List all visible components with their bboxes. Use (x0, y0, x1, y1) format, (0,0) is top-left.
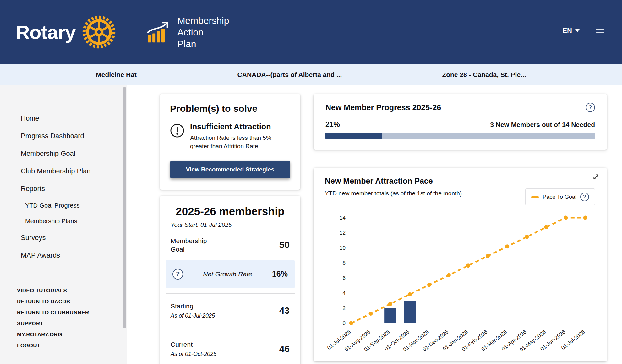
sidebar-scrollbar[interactable] (123, 87, 126, 328)
link-return-to-clubrunner[interactable]: RETURN TO CLUBRUNNER (0, 307, 127, 318)
pace-chart: 0246810121401-Jul-202501-Aug-202501-Sep-… (325, 205, 596, 354)
app-title-line: Plan (177, 38, 229, 50)
app-header: Rotary Membership Action (0, 0, 622, 64)
membership-card-title: 2025-26 membership (166, 205, 295, 218)
starting-row: Starting As of 01-Jul-2025 43 (166, 294, 295, 327)
sidebar-footer-links: VIDEO TUTORIALS RETURN TO DACDB RETURN T… (0, 285, 127, 351)
starting-label: Starting (171, 302, 215, 310)
attraction-pace-card: New Member Attraction Pace YTD new membe… (314, 168, 607, 361)
zone-selector[interactable]: Zone 28 - Canada, St. Pie... (442, 71, 526, 79)
svg-text:12: 12 (340, 230, 346, 236)
year-start-label: Year Start: 01-Jul 2025 (171, 221, 295, 228)
app-title: Membership Action Plan (177, 15, 229, 50)
link-return-to-dacdb[interactable]: RETURN TO DACDB (0, 296, 127, 307)
problem-title: Insufficient Attraction (190, 122, 284, 131)
problems-to-solve-card: Problem(s) to solve Insufficient Attract… (160, 94, 300, 190)
svg-text:6: 6 (343, 275, 346, 281)
sidebar-item-membership-goal[interactable]: Membership Goal (0, 145, 127, 162)
svg-text:4: 4 (343, 290, 346, 296)
progress-needed-label: 3 New Members out of 14 Needed (490, 121, 595, 128)
net-growth-rate-row: ? Net Growth Rate 16% (166, 260, 295, 288)
current-as-of-label: As of 01-Oct-2025 (171, 351, 216, 357)
sidebar-item-home[interactable]: Home (0, 110, 127, 127)
rotary-logo-text[interactable]: Rotary (16, 21, 75, 43)
link-logout[interactable]: LOGOUT (0, 340, 127, 351)
problems-card-title: Problem(s) to solve (170, 103, 290, 114)
svg-text:14: 14 (340, 215, 346, 221)
sidebar-item-progress-dashboard[interactable]: Progress Dashboard (0, 127, 127, 145)
location-bar: Medicine Hat CANADA--(parts of Alberta a… (0, 64, 622, 85)
main-content: Problem(s) to solve Insufficient Attract… (127, 85, 622, 364)
sidebar-nav: Home Progress Dashboard Membership Goal … (0, 85, 127, 264)
link-support[interactable]: SUPPORT (0, 318, 127, 329)
header-right: EN (560, 26, 604, 38)
starting-value: 43 (279, 305, 290, 316)
current-label: Current (171, 341, 216, 348)
expand-icon[interactable] (592, 173, 600, 182)
starting-as-of-label: As of 01-Jul-2025 (171, 312, 215, 319)
view-recommended-strategies-button[interactable]: View Recommended Strategies (170, 161, 290, 178)
svg-text:10: 10 (340, 245, 346, 251)
problem-description: Attraction Rate is less than 5% greater … (190, 134, 284, 151)
brand-block: Rotary Membership Action (16, 14, 229, 50)
district-selector[interactable]: CANADA--(parts of Alberta and ... (237, 71, 342, 79)
language-selector[interactable]: EN (560, 26, 581, 38)
current-row: Current As of 01-Oct-2025 46 (166, 332, 295, 364)
language-label: EN (562, 27, 572, 35)
app-title-line: Action (177, 26, 229, 38)
help-icon[interactable]: ? (580, 193, 589, 201)
membership-goal-row: Membership Goal 50 (166, 228, 295, 260)
sidebar-item-surveys[interactable]: Surveys (0, 229, 127, 247)
chart-legend: Pace To Goal ? (525, 188, 595, 205)
help-icon[interactable]: ? (172, 269, 183, 280)
club-selector[interactable]: Medicine Hat (96, 71, 137, 79)
progress-bar-fill (325, 133, 382, 139)
svg-text:0: 0 (343, 320, 346, 326)
sidebar-item-membership-plans[interactable]: Membership Plans (0, 213, 127, 229)
membership-summary-card: 2025-26 membership Year Start: 01-Jul 20… (160, 196, 300, 364)
sidebar-item-map-awards[interactable]: MAP Awards (0, 247, 127, 264)
svg-text:8: 8 (343, 260, 346, 266)
sidebar-item-ytd-goal-progress[interactable]: YTD Goal Progress (0, 198, 127, 213)
link-my-rotary-org[interactable]: MY.ROTARY.ORG (0, 329, 127, 340)
net-growth-rate-value: 16% (272, 269, 288, 279)
legend-label: Pace To Goal (543, 194, 576, 200)
help-icon[interactable]: ? (586, 103, 595, 112)
progress-card-title: New Member Progress 2025-26 (325, 103, 441, 112)
app-title-line: Membership (177, 15, 229, 26)
sidebar-item-reports[interactable]: Reports (0, 180, 127, 198)
sidebar-item-club-membership-plan[interactable]: Club Membership Plan (0, 162, 127, 180)
legend-line-swatch (531, 196, 539, 198)
progress-bar-track (325, 133, 595, 139)
header-divider (131, 14, 131, 50)
sidebar: Home Progress Dashboard Membership Goal … (0, 85, 127, 364)
bar-chart-growth-icon (146, 21, 171, 43)
progress-percent-label: 21% (325, 120, 340, 129)
link-video-tutorials[interactable]: VIDEO TUTORIALS (0, 285, 127, 296)
pace-card-title: New Member Attraction Pace (325, 177, 596, 186)
menu-icon[interactable] (596, 29, 604, 35)
warning-icon (170, 123, 184, 138)
rotary-wheel-icon (82, 15, 116, 49)
net-growth-rate-label: Net Growth Rate (183, 270, 272, 278)
membership-goal-label: Membership Goal (171, 236, 221, 254)
new-member-progress-card: New Member Progress 2025-26 ? 21% 3 New … (314, 94, 607, 150)
svg-text:2: 2 (343, 305, 346, 311)
membership-goal-value: 50 (279, 240, 290, 250)
caret-down-icon (575, 29, 580, 32)
current-value: 46 (279, 344, 290, 354)
